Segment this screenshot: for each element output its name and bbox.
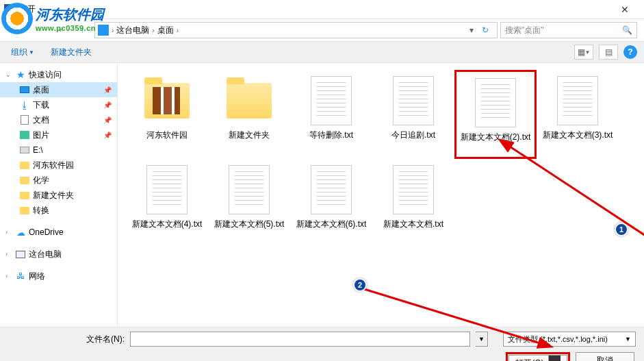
- sidebar: ⌄ ★ 快速访问 桌面 📌 ⭳ 下载 📌 文档 📌 图片 📌 E:\: [0, 63, 118, 327]
- file-item[interactable]: 新建文本文档(5).txt: [208, 159, 290, 248]
- file-label: 新建文件夹: [229, 130, 270, 141]
- file-item[interactable]: 等待删除.txt: [290, 70, 372, 159]
- sidebar-item-folder[interactable]: 转换: [0, 203, 117, 218]
- breadcrumb-item[interactable]: 这台电脑: [116, 25, 149, 36]
- annotation-number: 2: [353, 278, 367, 292]
- open-button[interactable]: 打开(O) ▼: [508, 355, 567, 361]
- sidebar-item-pictures[interactable]: 图片 📌: [0, 127, 117, 142]
- filename-input[interactable]: [130, 332, 470, 347]
- file-item[interactable]: 新建文件夹: [208, 70, 290, 159]
- folder-icon: [20, 192, 29, 199]
- logo-url: www.pc0359.cn: [36, 24, 104, 32]
- chevron-right-icon: ›: [112, 27, 114, 34]
- chevron-right-icon[interactable]: ›: [5, 229, 12, 236]
- pin-icon: 📌: [103, 132, 112, 139]
- view-details-button[interactable]: ▤: [599, 45, 618, 60]
- sidebar-item-documents[interactable]: 文档 📌: [0, 112, 117, 127]
- chevron-down-icon[interactable]: ⌄: [5, 71, 12, 78]
- file-item[interactable]: 新建文本文档(3).txt: [537, 70, 619, 159]
- text-file-icon: [311, 165, 352, 214]
- sidebar-quick-access[interactable]: ⌄ ★ 快速访问: [0, 67, 117, 82]
- file-label: 新建文本文档(4).txt: [132, 219, 203, 230]
- search-placeholder: 搜索"桌面": [505, 25, 544, 36]
- sidebar-item-desktop[interactable]: 桌面 📌: [0, 82, 117, 97]
- filename-dropdown[interactable]: ▼: [476, 332, 488, 347]
- open-split-dropdown[interactable]: ▼: [548, 356, 561, 361]
- document-icon: [21, 115, 29, 125]
- drive-icon: [20, 147, 29, 153]
- pin-icon: 📌: [103, 101, 112, 109]
- desktop-icon: [20, 86, 29, 93]
- file-label: 新建文本文档(2).txt: [461, 132, 531, 143]
- sidebar-network[interactable]: › 🖧 网络: [0, 269, 117, 284]
- search-icon[interactable]: 🔍: [622, 25, 632, 35]
- file-label: 河东软件园: [146, 130, 188, 141]
- logo-text: 河东软件园: [36, 5, 104, 24]
- chevron-right-icon[interactable]: ›: [5, 273, 12, 279]
- file-item[interactable]: 新建文本文档(4).txt: [126, 159, 208, 248]
- folder-icon: [20, 177, 29, 184]
- bottom-panel: 文件名(N): ▼ 文件类型 (*.txt,*.csv,*.log,*.ini)…: [0, 327, 644, 361]
- new-folder-button[interactable]: 新建文件夹: [47, 44, 96, 61]
- file-item[interactable]: 今日追剧.txt: [372, 70, 454, 159]
- cancel-button[interactable]: 取消: [576, 352, 634, 361]
- picture-icon: [20, 131, 29, 139]
- chevron-down-icon: ▼: [625, 336, 631, 343]
- text-file-icon: [393, 76, 434, 125]
- pin-icon: 📌: [103, 116, 112, 124]
- text-file-icon: [311, 76, 352, 125]
- file-label: 新建文本文档(5).txt: [214, 219, 285, 230]
- chevron-down-icon: ▼: [29, 49, 34, 55]
- text-file-icon: [146, 165, 188, 214]
- file-label: 新建文本文档.txt: [383, 219, 443, 230]
- search-input[interactable]: 搜索"桌面" 🔍: [500, 22, 637, 38]
- pc-icon: [16, 251, 25, 258]
- filetype-dropdown[interactable]: 文件类型 (*.txt,*.csv,*.log,*.ini) ▼: [503, 332, 636, 347]
- file-label: 等待删除.txt: [309, 130, 353, 141]
- file-pane[interactable]: 河东软件园新建文件夹等待删除.txt今日追剧.txt新建文本文档(2).txt新…: [118, 63, 644, 327]
- folder-icon: [20, 207, 29, 214]
- svg-line-0: [508, 145, 644, 289]
- close-button[interactable]: ✕: [611, 1, 639, 18]
- logo-icon: [1, 3, 33, 34]
- file-label: 今日追剧.txt: [391, 130, 435, 141]
- sidebar-item-folder[interactable]: 新建文件夹: [0, 188, 117, 203]
- chevron-right-icon: ›: [177, 27, 179, 34]
- breadcrumb-item[interactable]: 桌面: [157, 25, 174, 36]
- text-file-icon: [229, 165, 270, 214]
- sidebar-this-pc[interactable]: › 这台电脑: [0, 247, 117, 262]
- cloud-icon: ☁: [15, 227, 26, 237]
- folder-icon: [20, 162, 29, 169]
- filename-label: 文件名(N):: [8, 334, 125, 345]
- text-file-icon: [557, 76, 598, 125]
- download-icon: ⭳: [19, 100, 30, 110]
- file-item[interactable]: 河东软件园: [126, 70, 208, 159]
- watermark-logo: 河东软件园 www.pc0359.cn: [1, 3, 104, 34]
- sidebar-item-downloads[interactable]: ⭳ 下载 📌: [0, 97, 117, 112]
- file-item[interactable]: 新建文本文档(2).txt: [454, 70, 537, 159]
- view-icons-button[interactable]: ▦ ▼: [574, 45, 593, 60]
- sidebar-item-folder[interactable]: 化学: [0, 173, 117, 188]
- help-button[interactable]: ?: [623, 45, 637, 59]
- sidebar-item-folder[interactable]: 河东软件园: [0, 158, 117, 173]
- network-icon: 🖧: [15, 271, 26, 281]
- annotation-highlight: 打开(O) ▼: [506, 352, 570, 361]
- organize-button[interactable]: 组织 ▼: [7, 44, 38, 61]
- sidebar-onedrive[interactable]: › ☁ OneDrive: [0, 225, 117, 240]
- address-dropdown-icon[interactable]: ▾: [469, 25, 474, 35]
- file-item[interactable]: 新建文本文档.txt: [372, 159, 454, 248]
- pin-icon: 📌: [103, 86, 112, 94]
- refresh-icon[interactable]: ↻: [476, 25, 494, 35]
- folder-icon: [227, 83, 272, 119]
- address-bar[interactable]: › 这台电脑 › 桌面 › ▾ ↻: [94, 22, 498, 38]
- main-area: ⌄ ★ 快速访问 桌面 📌 ⭳ 下载 📌 文档 📌 图片 📌 E:\: [0, 63, 644, 327]
- chevron-right-icon[interactable]: ›: [5, 251, 12, 258]
- toolbar: 组织 ▼ 新建文件夹 ▦ ▼ ▤ ?: [0, 41, 644, 63]
- text-file-icon: [475, 78, 516, 127]
- sidebar-item-drive[interactable]: E:\: [0, 142, 117, 158]
- file-item[interactable]: 新建文本文档(6).txt: [290, 159, 372, 248]
- chevron-right-icon: ›: [152, 27, 154, 34]
- file-label: 新建文本文档(3).txt: [543, 130, 613, 141]
- file-label: 新建文本文档(6).txt: [296, 219, 367, 230]
- text-file-icon: [393, 165, 434, 214]
